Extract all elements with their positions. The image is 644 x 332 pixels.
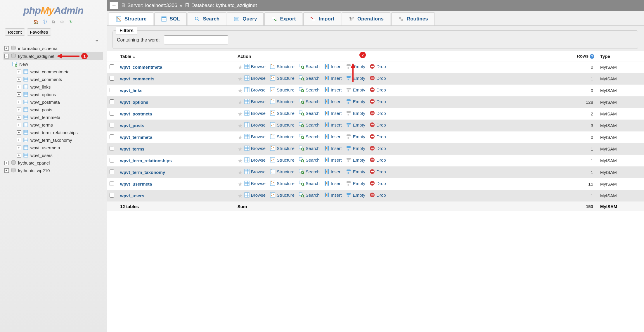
tab-operations[interactable]: Operations (342, 12, 390, 25)
refresh-icon[interactable]: ↻ (67, 18, 75, 25)
action-insert[interactable]: Insert (324, 180, 342, 186)
expander-icon[interactable]: + (16, 99, 22, 105)
action-drop[interactable]: Drop (369, 169, 386, 174)
action-insert[interactable]: Insert (324, 63, 342, 69)
expander-icon[interactable]: + (16, 107, 22, 113)
row-checkbox[interactable] (110, 146, 114, 151)
table-name-link[interactable]: wpvt_users (120, 193, 144, 198)
action-drop[interactable]: Drop (369, 157, 386, 163)
action-drop[interactable]: Drop (369, 63, 386, 69)
expander-icon[interactable]: + (4, 160, 9, 166)
breadcrumb-server-value[interactable]: localhost:3306 (145, 3, 177, 8)
home-icon[interactable]: 🏠 (32, 18, 39, 25)
expander-icon[interactable]: + (16, 122, 22, 128)
action-search[interactable]: Search (299, 122, 320, 128)
table-name-link[interactable]: wpvt_term_taxonomy (120, 170, 165, 175)
panel-tab-recent[interactable]: Recent (5, 28, 25, 36)
table-name-link[interactable]: wpvt_commentmeta (120, 65, 162, 70)
action-browse[interactable]: Browse (244, 87, 266, 93)
action-insert[interactable]: Insert (324, 110, 342, 116)
table-name-link[interactable]: wpvt_terms (120, 146, 144, 151)
tree-item-wpvt_terms[interactable]: +wpvt_terms (4, 121, 103, 129)
action-structure[interactable]: Structure (270, 157, 295, 163)
action-empty[interactable]: Empty (346, 134, 365, 139)
col-type[interactable]: Type (597, 51, 644, 61)
action-drop[interactable]: Drop (369, 75, 386, 81)
tree-item-New[interactable]: New (4, 60, 103, 68)
tree-item-wpvt_postmeta[interactable]: +wpvt_postmeta (4, 98, 103, 106)
action-drop[interactable]: Drop (369, 180, 386, 186)
action-insert[interactable]: Insert (324, 98, 342, 104)
action-drop[interactable]: Drop (369, 87, 386, 93)
row-checkbox[interactable] (110, 181, 114, 186)
action-insert[interactable]: Insert (324, 75, 342, 81)
expander-icon[interactable]: + (16, 145, 22, 151)
table-name-link[interactable]: wpvt_term_relationships (120, 158, 172, 163)
table-name-link[interactable]: wpvt_termmeta (120, 135, 152, 140)
action-search[interactable]: Search (299, 87, 320, 93)
table-name-link[interactable]: wpvt_usermeta (120, 181, 152, 186)
action-structure[interactable]: Structure (270, 134, 295, 139)
action-structure[interactable]: Structure (270, 87, 295, 93)
tab-search[interactable]: Search (188, 12, 226, 25)
tree-item-wpvt_term_taxonomy[interactable]: +wpvt_term_taxonomy (4, 136, 103, 144)
action-empty[interactable]: Empty (346, 63, 365, 69)
favorite-star-icon[interactable]: ★ (238, 76, 243, 82)
action-search[interactable]: Search (299, 75, 320, 81)
expander-icon[interactable]: + (16, 84, 22, 90)
action-search[interactable]: Search (299, 180, 320, 186)
action-empty[interactable]: Empty (346, 98, 365, 104)
db-item-kythuatc_wp210[interactable]: + kythuatc_wp210 (4, 167, 103, 174)
action-insert[interactable]: Insert (324, 145, 342, 151)
action-empty[interactable]: Empty (346, 169, 365, 174)
col-rows[interactable]: Rows? (550, 51, 597, 61)
tree-item-wpvt_termmeta[interactable]: +wpvt_termmeta (4, 113, 103, 121)
table-name-link[interactable]: wpvt_options (120, 100, 148, 105)
action-insert[interactable]: Insert (324, 157, 342, 163)
favorite-star-icon[interactable]: ★ (238, 169, 243, 176)
action-search[interactable]: Search (299, 145, 320, 151)
filter-input[interactable] (164, 35, 228, 44)
action-empty[interactable]: Empty (346, 145, 365, 151)
db-item-information_schema[interactable]: + information_schema (4, 44, 103, 52)
tree-item-wpvt_term_relationships[interactable]: +wpvt_term_relationships (4, 129, 103, 136)
favorite-star-icon[interactable]: ★ (238, 193, 243, 199)
expander-icon[interactable]: + (16, 114, 22, 120)
tab-import[interactable]: Import (303, 12, 341, 25)
panel-tab-favorites[interactable]: Favorites (27, 28, 51, 36)
action-browse[interactable]: Browse (244, 110, 266, 116)
settings-gear-icon[interactable]: ⚙ (59, 18, 66, 25)
row-checkbox[interactable] (110, 170, 114, 174)
docs-icon[interactable]: 🗎 (50, 18, 57, 25)
action-empty[interactable]: Empty (346, 75, 365, 81)
tree-item-wpvt_usermeta[interactable]: +wpvt_usermeta (4, 144, 103, 151)
action-drop[interactable]: Drop (369, 98, 386, 104)
favorite-star-icon[interactable]: ★ (238, 134, 243, 141)
tree-item-wpvt_links[interactable]: +wpvt_links (4, 83, 103, 91)
favorite-star-icon[interactable]: ★ (238, 158, 243, 164)
action-empty[interactable]: Empty (346, 180, 365, 186)
favorite-star-icon[interactable]: ★ (238, 99, 243, 106)
action-structure[interactable]: Structure (270, 110, 295, 116)
row-checkbox[interactable] (110, 134, 114, 139)
tab-structure[interactable]: Structure (109, 12, 153, 25)
tab-sql[interactable]: SQL (154, 12, 187, 25)
help-icon[interactable]: ⓘ (41, 18, 48, 25)
row-checkbox[interactable] (110, 111, 114, 116)
action-structure[interactable]: Structure (270, 63, 295, 69)
action-empty[interactable]: Empty (346, 122, 365, 128)
action-browse[interactable]: Browse (244, 98, 266, 104)
row-checkbox[interactable] (110, 123, 114, 127)
row-checkbox[interactable] (110, 76, 114, 81)
row-checkbox[interactable] (110, 64, 114, 69)
action-browse[interactable]: Browse (244, 157, 266, 163)
favorite-star-icon[interactable]: ★ (238, 181, 243, 187)
action-empty[interactable]: Empty (346, 157, 365, 163)
tree-item-wpvt_users[interactable]: +wpvt_users (4, 151, 103, 159)
favorite-star-icon[interactable]: ★ (238, 111, 243, 117)
table-name-link[interactable]: wpvt_posts (120, 123, 144, 128)
action-structure[interactable]: Structure (270, 169, 295, 174)
row-checkbox[interactable] (110, 158, 114, 162)
favorite-star-icon[interactable]: ★ (238, 87, 243, 94)
expander-icon[interactable]: − (4, 53, 9, 59)
